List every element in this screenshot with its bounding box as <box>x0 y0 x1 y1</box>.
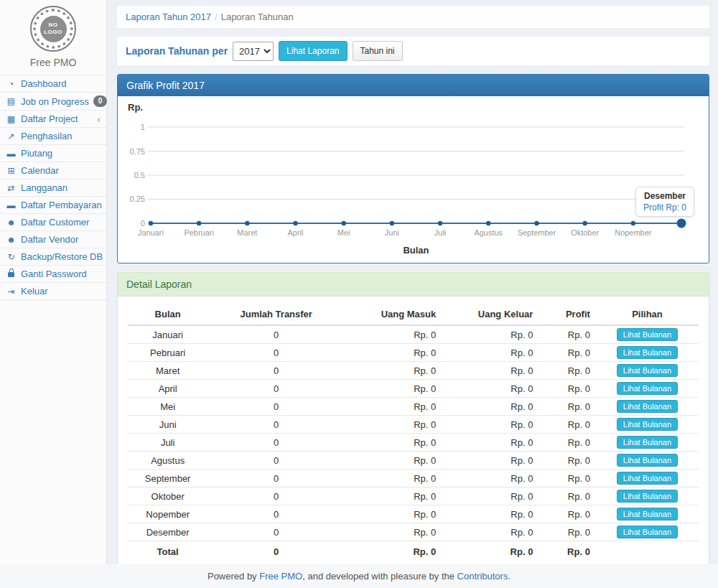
col-header-profit: Profit <box>538 304 596 325</box>
lihat-bulanan-button[interactable]: Lihat Bulanan <box>617 382 678 395</box>
line-chart-icon: ↗ <box>6 131 17 141</box>
lihat-bulanan-button[interactable]: Lihat Bulanan <box>617 346 678 359</box>
sidebar-item-daftar-customer[interactable]: ☻Daftar Customer <box>0 214 106 231</box>
sidebar-item-penghasilan[interactable]: ↗Penghasilan <box>0 128 106 145</box>
money-out-cell: Rp. 0 <box>442 380 538 398</box>
lihat-bulanan-button[interactable]: Lihat Bulanan <box>617 328 678 341</box>
profit-cell: Rp. 0 <box>538 362 596 380</box>
sign-out-icon: ⇥ <box>6 286 17 297</box>
profit-cell: Rp. 0 <box>538 452 596 470</box>
transfer-count-cell: 0 <box>208 505 345 523</box>
month-cell: Januari <box>128 325 208 344</box>
y-tick-label: 0.75 <box>130 147 145 156</box>
sidebar-item-daftar-pembayaran[interactable]: ▬Daftar Pembayaran <box>0 197 106 214</box>
transfer-count-cell: 0 <box>208 470 345 487</box>
tooltip-month: Desember <box>643 191 686 201</box>
sidebar-item-label: Daftar Pembayaran <box>21 200 102 210</box>
breadcrumb-separator: / <box>215 11 218 22</box>
action-cell: Lihat Bulanan <box>596 470 699 487</box>
lihat-bulanan-button[interactable]: Lihat Bulanan <box>617 436 678 449</box>
users-icon: ☻ <box>6 235 17 245</box>
transfer-count-cell: 0 <box>208 452 345 470</box>
sidebar-item-label: Piutang <box>21 148 52 159</box>
table-row: Oktober0Rp. 0Rp. 0Rp. 0Lihat Bulanan <box>128 487 699 505</box>
app-window: NO LOGO Free PMO ◔Dashboard▤Job on Progr… <box>0 0 718 588</box>
money-out-cell: Rp. 0 <box>442 452 538 470</box>
lock-icon <box>6 269 17 279</box>
month-cell: Mei <box>128 398 208 416</box>
total-money-in-cell: Rp. 0 <box>345 541 442 563</box>
table-row: Nopember0Rp. 0Rp. 0Rp. 0Lihat Bulanan <box>128 505 699 523</box>
year-select[interactable]: 2017 <box>233 42 274 61</box>
sidebar-item-daftar-project[interactable]: ▦Daftar Project‹ <box>0 111 106 128</box>
col-header-bulan: Bulan <box>128 304 208 325</box>
current-year-button[interactable]: Tahun ini <box>353 41 403 61</box>
table-row: September0Rp. 0Rp. 0Rp. 0Lihat Bulanan <box>128 470 699 487</box>
sidebar-menu: ◔Dashboard▤Job on Progress0▦Daftar Proje… <box>0 75 106 300</box>
lihat-bulanan-button[interactable]: Lihat Bulanan <box>617 364 678 377</box>
money-in-cell: Rp. 0 <box>345 325 442 344</box>
table-icon: ▦ <box>6 114 17 124</box>
chart-panel-title: Grafik Profit 2017 <box>118 75 709 96</box>
table-row: Pebruari0Rp. 0Rp. 0Rp. 0Lihat Bulanan <box>128 344 699 362</box>
x-tick-label: Januari <box>138 228 164 237</box>
x-tick-label: Mei <box>337 228 350 237</box>
detail-report-panel: Detail Laporan BulanJumlah TransferUang … <box>117 272 709 564</box>
x-tick-label: Juni <box>385 228 399 237</box>
sidebar-item-label: Calendar <box>21 165 59 176</box>
sidebar-item-daftar-vendor[interactable]: ☻Daftar Vendor <box>0 231 106 248</box>
sidebar-item-calendar[interactable]: ⊞Calendar <box>0 162 106 179</box>
money-out-cell: Rp. 0 <box>442 434 538 452</box>
lihat-bulanan-button[interactable]: Lihat Bulanan <box>617 508 678 521</box>
table-row: Agustus0Rp. 0Rp. 0Rp. 0Lihat Bulanan <box>128 452 699 470</box>
footer: Powered by Free PMO, and developed with … <box>0 564 718 588</box>
view-report-button[interactable]: Lihat Laporan <box>279 41 347 61</box>
sidebar-item-label: Daftar Vendor <box>21 234 78 245</box>
y-tick-label: 1 <box>141 123 145 131</box>
money-in-cell: Rp. 0 <box>345 398 442 416</box>
lihat-bulanan-button[interactable]: Lihat Bulanan <box>617 454 678 467</box>
y-axis-title: Rp. <box>128 102 699 113</box>
transfer-count-cell: 0 <box>208 416 345 434</box>
money-out-cell: Rp. 0 <box>442 470 538 487</box>
lihat-bulanan-button[interactable]: Lihat Bulanan <box>617 490 678 503</box>
sidebar-item-piutang[interactable]: ▬Piutang <box>0 145 106 162</box>
sidebar-item-label: Backup/Restore DB <box>21 251 103 262</box>
month-cell: Juli <box>128 434 208 452</box>
action-cell: Lihat Bulanan <box>596 416 699 434</box>
transfer-count-cell: 0 <box>208 362 345 380</box>
profit-cell: Rp. 0 <box>538 398 596 416</box>
transfer-count-cell: 0 <box>208 325 345 344</box>
money-in-cell: Rp. 0 <box>345 434 442 452</box>
chevron-left-icon: ‹ <box>97 114 101 124</box>
lihat-bulanan-button[interactable]: Lihat Bulanan <box>617 418 678 431</box>
sidebar-item-langganan[interactable]: ⇄Langganan <box>0 179 106 197</box>
footer-contributors-link[interactable]: Contributors. <box>457 571 510 582</box>
money-in-cell: Rp. 0 <box>345 523 442 541</box>
x-tick-label: Pebruari <box>184 228 213 237</box>
y-tick-label: 0.5 <box>134 171 145 179</box>
x-tick-label: Juli <box>434 228 446 237</box>
profit-line-chart[interactable]: 10.750.50.250JanuariPebruariMaretAprilMe… <box>128 114 699 261</box>
action-cell: Lihat Bulanan <box>596 505 699 523</box>
y-tick-label: 0.25 <box>130 195 145 203</box>
money-out-cell: Rp. 0 <box>442 398 538 416</box>
lihat-bulanan-button[interactable]: Lihat Bulanan <box>617 400 678 413</box>
sidebar: NO LOGO Free PMO ◔Dashboard▤Job on Progr… <box>0 0 107 564</box>
lihat-bulanan-button[interactable]: Lihat Bulanan <box>617 526 678 538</box>
sidebar-item-ganti-password[interactable]: Ganti Password <box>0 266 106 283</box>
transfer-count-cell: 0 <box>208 434 345 452</box>
sidebar-item-dashboard[interactable]: ◔Dashboard <box>0 75 106 93</box>
sidebar-item-backup-restore-db[interactable]: ↻Backup/Restore DB <box>0 248 106 266</box>
action-cell: Lihat Bulanan <box>596 362 699 380</box>
report-filter-panel: Laporan Tahunan per 2017 Lihat Laporan T… <box>117 37 709 65</box>
x-tick-label: Oktober <box>571 228 599 237</box>
table-total-row: Total0Rp. 0Rp. 0Rp. 0 <box>128 541 699 563</box>
sidebar-item-keluar[interactable]: ⇥Keluar <box>0 283 106 300</box>
breadcrumb-link[interactable]: Laporan Tahun 2017 <box>126 11 211 22</box>
footer-brand-link[interactable]: Free PMO <box>259 571 302 582</box>
sidebar-item-job-on-progress[interactable]: ▤Job on Progress0 <box>0 93 106 111</box>
total-transfer-count-cell: 0 <box>208 541 345 563</box>
lihat-bulanan-button[interactable]: Lihat Bulanan <box>617 472 678 485</box>
money-out-cell: Rp. 0 <box>442 523 538 541</box>
